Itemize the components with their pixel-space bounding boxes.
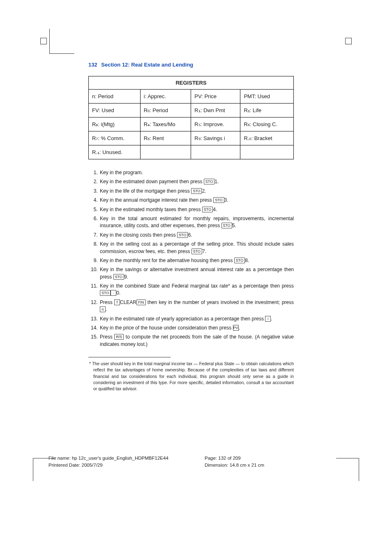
footnote-rule xyxy=(88,357,171,357)
step-item: Key in the estimated rate of yearly appr… xyxy=(99,315,294,322)
register-mark-tr xyxy=(345,38,352,44)
section-title: Real Estate and Lending xyxy=(131,62,193,68)
cell xyxy=(240,145,294,159)
step-item: Key in the selling cost as a percentage … xyxy=(99,241,294,255)
cell: FV: Used xyxy=(89,104,141,117)
crop-mark-tl xyxy=(49,29,74,54)
key-STO: STO xyxy=(204,179,214,184)
cell: R₀: Period xyxy=(140,104,191,117)
key-STO: STO xyxy=(221,223,232,228)
cell: R₈: Rent xyxy=(140,131,191,145)
footnote-text: * The user should key in the total margi… xyxy=(88,361,294,392)
key-STO: STO xyxy=(191,188,202,194)
step-item: Key in the program. xyxy=(99,169,294,176)
key-STO: STO xyxy=(100,290,111,296)
table-row: n: Period i: Apprec. PV: Price PMT: Used xyxy=(89,90,294,104)
cell xyxy=(191,145,240,159)
table-row: R₇: % Comm. R₈: Rent R₉: Savings i R.₀: … xyxy=(89,131,294,145)
page-content: 132 Section 12: Real Estate and Lending … xyxy=(88,62,294,392)
steps-list: Key in the program.Key in the estimated … xyxy=(88,169,294,348)
step-item: Key in the closing costs then press STO6… xyxy=(99,232,294,239)
page-header: 132 Section 12: Real Estate and Lending xyxy=(88,62,294,68)
key-STO: STO xyxy=(177,232,188,238)
key-n: n xyxy=(100,306,106,312)
table-row: R₃: i(Mtg) R₄: Taxes/Mo R₅: Improve. R₆:… xyxy=(89,117,294,131)
step-item: Key in the monthly rent for the alternat… xyxy=(99,257,294,264)
table-row: FV: Used R₀: Period R₁: Dwn Pmt R₂: Life xyxy=(89,104,294,117)
key-FIN: FIN xyxy=(136,299,146,305)
key-STO: STO xyxy=(191,249,202,254)
step-item: Key in the estimated monthly taxes then … xyxy=(99,206,294,213)
table-row: R.₁: Unused. xyxy=(89,145,294,159)
cell: R.₁: Unused. xyxy=(89,145,141,159)
crop-mark-br xyxy=(336,458,359,481)
key-STO: STO xyxy=(234,258,245,263)
footer-printed: Printered Date: 2005/7/29 xyxy=(48,462,336,469)
page-number: 132 xyxy=(88,62,97,68)
key-i: i xyxy=(265,316,271,322)
cell: R.₀: Bracket xyxy=(240,131,294,145)
footer-page: Page: 132 of 209 xyxy=(205,455,264,462)
cell: R₂: Life xyxy=(240,104,294,117)
registers-title: REGISTERS xyxy=(89,76,294,90)
cell: R₇: % Comm. xyxy=(89,131,141,145)
footer-filename: File name: hp 12c_user's guide_English_H… xyxy=(48,455,336,462)
step-item: Key in the price of the house under cons… xyxy=(99,325,294,332)
step-item: Key in the annual mortgage interest rate… xyxy=(99,197,294,204)
cell: R₁: Dwn Pmt xyxy=(191,104,240,117)
cell: R₆: Closing C. xyxy=(240,117,294,131)
registers-table: REGISTERS n: Period i: Apprec. PV: Price… xyxy=(88,76,294,159)
cell: n: Period xyxy=(89,90,141,104)
key-STO: STO xyxy=(202,207,213,212)
key-PV: PV xyxy=(233,325,239,331)
step-item: Press R/S to compute the net proceeds fr… xyxy=(99,334,294,348)
key-R/S: R/S xyxy=(114,334,124,340)
step-item: Key in the savings or alternative invest… xyxy=(99,266,294,281)
key-STO: STO xyxy=(113,274,124,280)
cell: i: Apprec. xyxy=(140,90,191,104)
cell: R₄: Taxes/Mo xyxy=(140,117,191,131)
step-item: Press fCLEARFIN then key in the number o… xyxy=(99,299,294,313)
step-item: Key in the combined State and Federal ma… xyxy=(99,283,294,297)
cell: R₃: i(Mtg) xyxy=(89,117,141,131)
section-label: Section 12: xyxy=(101,62,129,68)
cell: R₅: Improve. xyxy=(191,117,240,131)
step-item: Key in the total amount estimated for mo… xyxy=(99,215,294,230)
cell: PV: Price xyxy=(191,90,240,104)
cell: R₉: Savings i xyxy=(191,131,240,145)
key-f: f xyxy=(114,299,120,305)
footer-dim: Dimension: 14.8 cm x 21 cm xyxy=(205,462,264,469)
cell: PMT: Used xyxy=(240,90,294,104)
page-footer: File name: hp 12c_user's guide_English_H… xyxy=(48,455,336,469)
step-item: Key in the life of the mortgage then pre… xyxy=(99,188,294,195)
key-STO: STO xyxy=(213,197,224,203)
cell xyxy=(140,145,191,159)
key-·: · xyxy=(111,290,116,296)
step-item: Key in the estimated down payment then p… xyxy=(99,178,294,185)
register-mark-tl xyxy=(40,38,47,44)
